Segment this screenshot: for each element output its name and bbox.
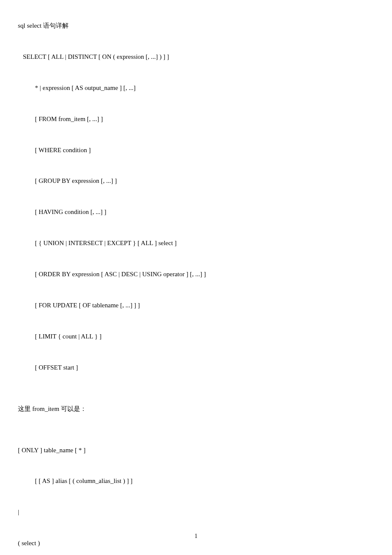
from-item-intro: 这里 from_item 可以是： (18, 404, 374, 414)
from-syntax-line: [ ONLY ] table_name [ * ] (18, 445, 374, 455)
syntax-line: [ OFFSET start ] (18, 362, 374, 373)
syntax-line: [ HAVING condition [, ...] ] (18, 207, 374, 217)
syntax-line: [ FROM from_item [, ...] ] (18, 114, 374, 124)
syntax-line: [ FOR UPDATE [ OF tablename [, ...] ] ] (18, 300, 374, 310)
document-page: sql select 语句详解 SELECT [ ALL | DISTINCT … (0, 0, 392, 555)
syntax-line: SELECT [ ALL | DISTINCT [ ON ( expressio… (18, 52, 374, 62)
syntax-line: [ LIMIT { count | ALL } ] (18, 331, 374, 341)
page-number: 1 (0, 533, 392, 540)
document-title: sql select 语句详解 (18, 20, 374, 31)
syntax-line: [ WHERE condition ] (18, 145, 374, 155)
syntax-line: [ ORDER BY expression [ ASC | DESC | USI… (18, 269, 374, 279)
from-syntax-line: | (18, 507, 374, 517)
from-syntax-line: [ [ AS ] alias [ ( column_alias_list ) ]… (18, 476, 374, 486)
syntax-line: [ { UNION | INTERSECT | EXCEPT } [ ALL ]… (18, 238, 374, 248)
syntax-line: [ GROUP BY expression [, ...] ] (18, 176, 374, 186)
syntax-line: * | expression [ AS output_name ] [, ...… (18, 83, 374, 93)
select-syntax-block: SELECT [ ALL | DISTINCT [ ON ( expressio… (18, 31, 374, 393)
